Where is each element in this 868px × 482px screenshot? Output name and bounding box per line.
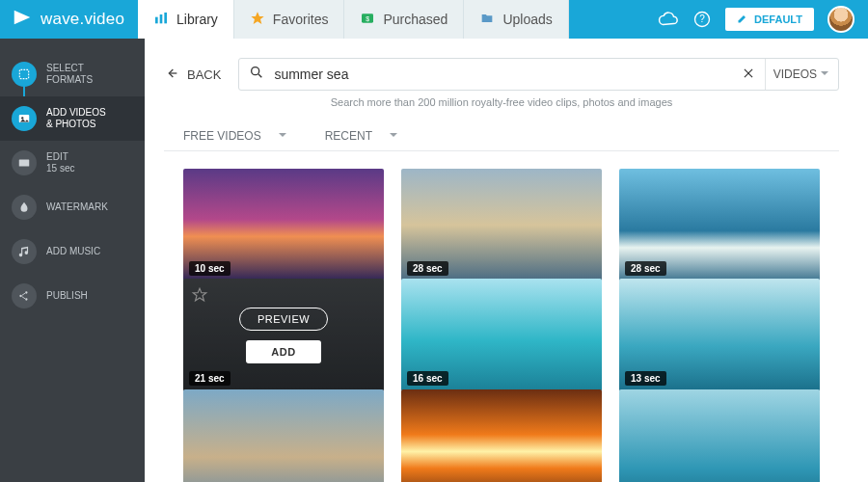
- top-bar: wave.video Library Favorites $ Purchased…: [0, 0, 868, 39]
- result-thumb[interactable]: 13 sec: [619, 279, 820, 391]
- purchased-icon: $: [360, 11, 375, 29]
- svg-rect-3: [164, 13, 167, 23]
- svg-line-18: [258, 74, 261, 77]
- media-type-dropdown[interactable]: VIDEOS: [765, 59, 828, 90]
- svg-rect-9: [19, 69, 28, 78]
- result-thumb[interactable]: [401, 389, 602, 482]
- search-icon: [249, 65, 264, 84]
- result-thumb[interactable]: [619, 389, 820, 482]
- svg-point-11: [21, 117, 23, 119]
- library-icon: [153, 11, 169, 29]
- duration-badge: 10 sec: [189, 261, 231, 276]
- clear-search-button[interactable]: [742, 67, 755, 83]
- edit-icon: [12, 150, 37, 175]
- tab-favorites[interactable]: Favorites: [234, 0, 345, 39]
- duration-badge: 21 sec: [189, 371, 231, 386]
- tab-label: Favorites: [273, 12, 329, 27]
- tab-uploads[interactable]: Uploads: [464, 0, 568, 39]
- step-label: WATERMARK: [46, 201, 108, 214]
- result-thumb[interactable]: 28 sec: [619, 169, 820, 281]
- watermark-icon: [12, 195, 37, 220]
- main-content: BACK VIDEOS Search more than 200 million…: [145, 39, 868, 482]
- filter-label: RECENT: [325, 129, 372, 143]
- step-edit[interactable]: EDIT 15 sec: [0, 141, 145, 185]
- svg-marker-0: [14, 10, 31, 24]
- brand[interactable]: wave.video: [0, 0, 138, 39]
- svg-point-14: [25, 291, 27, 293]
- search-box: VIDEOS: [238, 58, 839, 91]
- preview-button[interactable]: PREVIEW: [239, 308, 328, 331]
- search-hint: Search more than 200 million royalty-fre…: [164, 96, 839, 108]
- music-icon: [12, 239, 37, 264]
- search-row: BACK VIDEOS: [164, 58, 839, 91]
- cloud-icon[interactable]: [658, 9, 679, 30]
- svg-point-13: [19, 295, 21, 297]
- svg-text:?: ?: [699, 13, 705, 24]
- svg-text:$: $: [366, 14, 370, 21]
- step-label: ADD MUSIC: [46, 246, 100, 258]
- svg-rect-12: [19, 160, 30, 167]
- tab-label: Uploads: [502, 12, 552, 27]
- step-label: ADD VIDEOS & PHOTOS: [46, 107, 106, 131]
- step-label: SELECT FORMATS: [46, 63, 93, 87]
- chevron-down-icon: [821, 71, 828, 79]
- brand-icon: [12, 7, 33, 33]
- tab-label: Purchased: [383, 12, 448, 27]
- result-thumb[interactable]: 28 sec: [401, 169, 602, 281]
- chevron-down-icon: [279, 133, 286, 141]
- star-icon: [250, 11, 265, 29]
- brand-name: wave.video: [41, 10, 124, 29]
- wizard-sidebar: SELECT FORMATS ADD VIDEOS & PHOTOS EDIT …: [0, 39, 145, 482]
- media-icon: [12, 106, 37, 131]
- result-thumb-hover[interactable]: PREVIEW ADD 21 sec: [183, 279, 384, 391]
- tab-purchased[interactable]: $ Purchased: [344, 0, 464, 39]
- arrow-left-icon: [164, 66, 179, 84]
- step-watermark[interactable]: WATERMARK: [0, 185, 145, 229]
- step-add-music[interactable]: ADD MUSIC: [0, 229, 145, 274]
- filter-bar: FREE VIDEOS RECENT: [164, 116, 839, 151]
- formats-icon: [12, 62, 37, 87]
- chevron-down-icon: [390, 133, 397, 141]
- format-default-button[interactable]: DEFAULT: [725, 8, 814, 31]
- duration-badge: 28 sec: [407, 261, 448, 276]
- type-label: VIDEOS: [773, 67, 817, 81]
- add-button[interactable]: ADD: [246, 340, 320, 363]
- top-tabs: Library Favorites $ Purchased Uploads: [138, 0, 569, 39]
- user-avatar[interactable]: [827, 6, 854, 33]
- tab-label: Library: [176, 12, 218, 27]
- pencil-icon: [737, 13, 748, 26]
- back-label: BACK: [187, 67, 221, 82]
- help-icon[interactable]: ?: [692, 10, 712, 29]
- results-grid: 10 sec 28 sec 28 sec PREVIEW ADD 21 sec: [164, 151, 839, 482]
- sort-dropdown[interactable]: RECENT: [325, 129, 397, 143]
- svg-marker-4: [251, 12, 263, 24]
- svg-point-15: [25, 298, 27, 300]
- filter-label: FREE VIDEOS: [183, 129, 261, 143]
- price-filter-dropdown[interactable]: FREE VIDEOS: [183, 129, 286, 143]
- duration-badge: 13 sec: [625, 371, 666, 386]
- body: SELECT FORMATS ADD VIDEOS & PHOTOS EDIT …: [0, 39, 868, 482]
- step-publish[interactable]: PUBLISH: [0, 274, 145, 318]
- step-add-media[interactable]: ADD VIDEOS & PHOTOS: [0, 96, 145, 141]
- share-icon: [12, 283, 37, 308]
- step-label: EDIT 15 sec: [46, 151, 74, 175]
- svg-rect-1: [155, 16, 158, 23]
- result-thumb[interactable]: 10 sec: [183, 169, 384, 281]
- tab-library[interactable]: Library: [138, 0, 234, 39]
- result-thumb[interactable]: [183, 389, 384, 482]
- svg-rect-2: [160, 14, 163, 23]
- default-label: DEFAULT: [754, 13, 802, 25]
- search-input[interactable]: [274, 67, 731, 82]
- step-select-formats[interactable]: SELECT FORMATS: [0, 52, 145, 96]
- step-label: PUBLISH: [46, 290, 88, 303]
- duration-badge: 16 sec: [407, 371, 448, 386]
- duration-badge: 28 sec: [625, 261, 666, 276]
- uploads-icon: [479, 11, 495, 29]
- back-button[interactable]: BACK: [164, 66, 221, 84]
- svg-point-17: [252, 67, 259, 75]
- top-right: ? DEFAULT: [644, 0, 868, 39]
- result-thumb[interactable]: 16 sec: [401, 279, 602, 391]
